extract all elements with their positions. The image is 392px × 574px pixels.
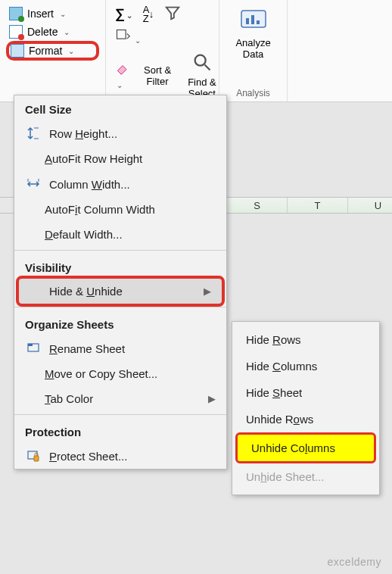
menu-separator [14, 250, 226, 251]
menu-label: Row Height... [49, 127, 117, 140]
menu-label: Rename Sheet [49, 342, 125, 355]
dropdown-caret-icon: ⌄ [68, 47, 74, 55]
menu-unhide-rows[interactable]: Unhide Rows [232, 406, 379, 432]
analyze-chart-icon [240, 6, 267, 36]
menu-section-organize: Organize Sheets [14, 310, 226, 335]
clear-eraser-icon[interactable]: ⌄ [115, 61, 130, 90]
menu-autofit-column-width[interactable]: AutoFit Column Width [14, 197, 226, 222]
submenu-arrow-icon: ▶ [204, 285, 211, 297]
watermark: exceldemy [328, 556, 381, 568]
find-magnifier-icon [191, 51, 213, 75]
insert-cells-icon [9, 7, 23, 20]
menu-move-copy-sheet[interactable]: Move or Copy Sheet... [14, 361, 226, 386]
filter-funnel-icon[interactable] [164, 5, 181, 23]
svg-point-1 [195, 55, 206, 66]
menu-hide-columns[interactable]: Hide Columns [232, 353, 379, 379]
group-label-analysis: Analysis [236, 85, 270, 98]
svg-rect-12 [28, 344, 33, 346]
insert-label: Insert [27, 8, 54, 20]
menu-default-width[interactable]: Default Width... [14, 222, 226, 247]
menu-separator [14, 307, 226, 307]
menu-label: AutoFit Column Width [45, 203, 155, 216]
menu-label: Column Width... [49, 178, 130, 191]
analyze-data-button[interactable]: Analyze Data [232, 5, 273, 61]
menu-label: Tab Color [45, 392, 93, 405]
analysis-group: Analyze Data Analysis [219, 0, 288, 101]
svg-rect-0 [117, 30, 126, 39]
column-width-icon [25, 177, 42, 191]
sort-letters-icon[interactable]: AZ↓ [143, 5, 154, 23]
delete-cells-icon [9, 25, 23, 39]
menu-rename-sheet[interactable]: Rename Sheet [14, 335, 226, 361]
format-dropdown-menu: Cell Size Row Height... AutoFit Row Heig… [14, 95, 227, 469]
submenu-arrow-icon: ▶ [208, 393, 216, 404]
menu-label: Hide Rows [246, 333, 301, 346]
svg-rect-5 [251, 15, 254, 24]
menu-label: Default Width... [45, 228, 123, 241]
delete-label: Delete [27, 26, 58, 38]
menu-column-width[interactable]: Column Width... [14, 171, 226, 197]
menu-unhide-sheet: Unhide Sheet... [232, 463, 379, 490]
column-header[interactable]: U [348, 198, 392, 213]
delete-button[interactable]: Delete ⌄ [6, 23, 99, 41]
menu-separator [14, 414, 226, 415]
ribbon: Insert ⌄ Delete ⌄ Format ⌄ Cells ∑⌄ AZ↓ [0, 0, 392, 102]
menu-protect-sheet[interactable]: Protect Sheet... [14, 443, 226, 469]
editing-group: ∑⌄ AZ↓ ⌄ ⌄ Sort & Filter [106, 0, 219, 101]
row-height-icon [25, 126, 42, 140]
menu-label: Hide Columns [246, 360, 317, 373]
dropdown-caret-icon: ⌄ [60, 10, 66, 18]
menu-hide-unhide[interactable]: Hide & Unhide ▶ [16, 276, 225, 307]
menu-unhide-columns[interactable]: Unhide Columns [235, 432, 376, 463]
hide-unhide-submenu: Hide Rows Hide Columns Hide Sheet Unhide… [232, 321, 380, 495]
menu-label: Unhide Rows [246, 413, 313, 426]
format-cells-icon [11, 44, 24, 58]
dropdown-caret-icon: ⌄ [64, 28, 70, 36]
menu-section-cell-size: Cell Size [14, 95, 226, 120]
find-select-button[interactable]: Find & Select [185, 50, 219, 101]
menu-label: Unhide Columns [251, 441, 335, 454]
menu-hide-sheet[interactable]: Hide Sheet [232, 379, 379, 406]
menu-autofit-row-height[interactable]: AutoFit Row Height [14, 146, 226, 171]
menu-row-height[interactable]: Row Height... [14, 120, 226, 146]
protect-sheet-icon [25, 449, 42, 463]
menu-hide-rows[interactable]: Hide Rows [232, 326, 379, 353]
menu-label: Hide & Unhide [49, 285, 123, 298]
autosum-icon[interactable]: ∑⌄ [115, 6, 132, 22]
cells-group: Insert ⌄ Delete ⌄ Format ⌄ Cells [0, 0, 106, 101]
svg-line-2 [204, 65, 210, 70]
sort-filter-button[interactable]: Sort & Filter [141, 63, 174, 89]
sort-filter-label: Sort & Filter [144, 64, 171, 87]
insert-button[interactable]: Insert ⌄ [6, 5, 99, 23]
menu-label: AutoFit Row Height [45, 152, 142, 165]
format-label: Format [29, 45, 62, 57]
fill-down-icon[interactable]: ⌄ [115, 28, 141, 45]
menu-label: Protect Sheet... [49, 450, 127, 463]
column-header[interactable]: T [288, 198, 348, 213]
menu-label: Move or Copy Sheet... [45, 367, 157, 380]
menu-section-protection: Protection [14, 418, 226, 443]
svg-rect-14 [34, 456, 39, 461]
column-header[interactable]: S [227, 198, 288, 213]
menu-label: Hide Sheet [246, 386, 302, 399]
svg-rect-4 [246, 18, 249, 24]
svg-rect-6 [257, 20, 260, 24]
format-button[interactable]: Format ⌄ [6, 41, 99, 61]
rename-sheet-icon [25, 342, 42, 355]
menu-label: Unhide Sheet... [246, 470, 324, 483]
menu-tab-color[interactable]: Tab Color ▶ [14, 386, 226, 411]
analyze-label: Analyze Data [235, 37, 270, 60]
